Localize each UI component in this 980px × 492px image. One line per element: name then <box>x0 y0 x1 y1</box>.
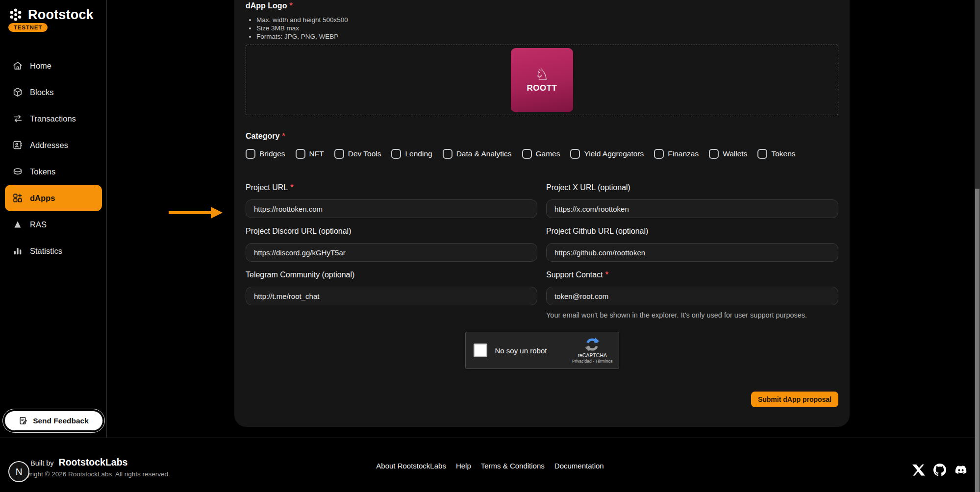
checkbox[interactable] <box>757 149 767 159</box>
statistics-icon <box>12 246 23 256</box>
footer-link-documentation[interactable]: Documentation <box>554 462 604 470</box>
project-github-url-field-group: Project Github URL (optional) <box>546 227 838 262</box>
category-option-yield-aggregators[interactable]: Yield Aggregators <box>570 149 644 159</box>
sidebar-item-label: Home <box>30 61 51 71</box>
avatar-badge[interactable]: N <box>8 461 29 482</box>
sidebar-item-label: Transactions <box>30 114 76 123</box>
project-x-url-label: Project X URL (optional) <box>546 183 838 192</box>
category-option-label: Games <box>536 149 560 158</box>
sidebar-item-tokens[interactable]: Tokens <box>5 158 102 185</box>
project-url-field-group: Project URL* <box>246 183 537 218</box>
category-option-label: Data & Analytics <box>456 149 512 158</box>
checkbox[interactable] <box>709 149 719 159</box>
category-option-label: Lending <box>405 149 432 158</box>
send-feedback-button[interactable]: Send Feedback <box>4 411 103 431</box>
x-icon[interactable] <box>912 464 925 476</box>
footer-links: About RootstockLabs Help Terms & Conditi… <box>376 462 603 470</box>
category-option-label: Dev Tools <box>348 149 381 158</box>
sidebar-item-label: Addresses <box>30 141 68 150</box>
sidebar-item-addresses[interactable]: Addresses <box>5 132 102 158</box>
tokens-icon <box>12 166 23 177</box>
recaptcha-label: No soy un robot <box>495 346 572 355</box>
category-option-label: Tokens <box>771 149 795 158</box>
discord-icon[interactable] <box>955 464 967 476</box>
sidebar-item-transactions[interactable]: Transactions <box>5 105 102 132</box>
category-option-label: Yield Aggregators <box>584 149 644 158</box>
sidebar-item-statistics[interactable]: Statistics <box>5 238 102 264</box>
recaptcha-terms-links[interactable]: Privacidad - Términos <box>572 359 613 364</box>
support-contact-input[interactable] <box>546 287 838 305</box>
category-option-data-analytics[interactable]: Data & Analytics <box>443 149 512 159</box>
recaptcha-icon <box>585 337 600 352</box>
category-option-tokens[interactable]: Tokens <box>757 149 795 159</box>
footer-link-about[interactable]: About RootstockLabs <box>376 462 446 470</box>
knight-icon: ♘ <box>535 67 549 82</box>
ras-icon <box>12 219 23 230</box>
project-discord-url-label: Project Discord URL (optional) <box>246 227 537 236</box>
feedback-label: Send Feedback <box>33 417 89 425</box>
logo-preview-tile[interactable]: ♘ ROOTT <box>511 48 573 112</box>
category-option-label: Wallets <box>723 149 747 158</box>
checkbox[interactable] <box>570 149 580 159</box>
category-option-finanzas[interactable]: Finanzas <box>654 149 699 159</box>
logo-rules-list: Max. width and height 500x500 Size 3MB m… <box>256 16 838 41</box>
support-contact-note: Your email won't be shown in the explore… <box>546 311 838 319</box>
sidebar-item-label: Statistics <box>30 246 62 256</box>
footer-link-help[interactable]: Help <box>456 462 471 470</box>
sidebar-item-label: RAS <box>30 220 47 229</box>
category-label: Category* <box>246 132 838 141</box>
submit-dapp-proposal-button[interactable]: Submit dApp proposal <box>751 392 838 407</box>
logo-dropzone[interactable]: ♘ ROOTT <box>246 45 838 115</box>
checkbox[interactable] <box>443 149 452 159</box>
checkbox[interactable] <box>334 149 344 159</box>
category-option-wallets[interactable]: Wallets <box>709 149 747 159</box>
footer-brand[interactable]: RootstockLabs <box>59 457 128 468</box>
submit-row: Submit dApp proposal <box>246 392 838 407</box>
sidebar-nav: Home Blocks Transactions <box>5 52 102 264</box>
checkbox[interactable] <box>296 149 305 159</box>
scrollbar-thumb[interactable] <box>975 189 980 492</box>
dapp-proposal-card: dApp Logo* Max. width and height 500x500… <box>234 0 850 427</box>
built-by-text: Built by <box>30 459 54 467</box>
category-option-nft[interactable]: NFT <box>296 149 324 159</box>
category-option-bridges[interactable]: Bridges <box>246 149 285 159</box>
project-x-url-field-group: Project X URL (optional) <box>546 183 838 218</box>
checkbox[interactable] <box>654 149 664 159</box>
telegram-community-input[interactable] <box>246 287 537 305</box>
sidebar-item-dapps[interactable]: dApps <box>5 185 102 211</box>
category-option-dev-tools[interactable]: Dev Tools <box>334 149 381 159</box>
telegram-community-label: Telegram Community (optional) <box>246 271 537 279</box>
built-by-line: Built by RootstockLabs <box>30 457 127 468</box>
required-asterisk: * <box>282 132 285 140</box>
checkbox[interactable] <box>522 149 532 159</box>
recaptcha-checkbox[interactable] <box>474 344 487 357</box>
required-asterisk: * <box>289 1 292 10</box>
github-icon[interactable] <box>933 464 946 476</box>
sidebar-item-label: dApps <box>30 194 55 203</box>
category-option-lending[interactable]: Lending <box>391 149 432 159</box>
addresses-icon <box>12 140 23 150</box>
recaptcha-brand-block: reCAPTCHA Privacidad - Términos <box>572 337 613 364</box>
required-asterisk: * <box>290 183 293 192</box>
project-url-input[interactable] <box>246 199 537 218</box>
sidebar-item-home[interactable]: Home <box>5 52 102 79</box>
project-github-url-input[interactable] <box>546 243 838 262</box>
footer-socials <box>912 464 967 476</box>
project-x-url-input[interactable] <box>546 199 838 218</box>
page-scrollbar[interactable] <box>975 0 980 492</box>
brand-logo[interactable]: Rootstock <box>8 7 94 23</box>
annotation-arrow <box>169 206 223 220</box>
checkbox[interactable] <box>391 149 401 159</box>
telegram-community-field-group: Telegram Community (optional) <box>246 271 537 319</box>
category-option-games[interactable]: Games <box>522 149 560 159</box>
project-discord-url-input[interactable] <box>246 243 537 262</box>
category-option-label: NFT <box>309 149 324 158</box>
required-asterisk: * <box>605 271 608 279</box>
dapps-icon <box>12 193 23 203</box>
checkbox[interactable] <box>246 149 255 159</box>
project-github-url-label: Project Github URL (optional) <box>546 227 838 236</box>
footer-link-terms[interactable]: Terms & Conditions <box>481 462 545 470</box>
sidebar-item-blocks[interactable]: Blocks <box>5 79 102 105</box>
sidebar-item-ras[interactable]: RAS <box>5 211 102 238</box>
transactions-icon <box>12 113 23 124</box>
